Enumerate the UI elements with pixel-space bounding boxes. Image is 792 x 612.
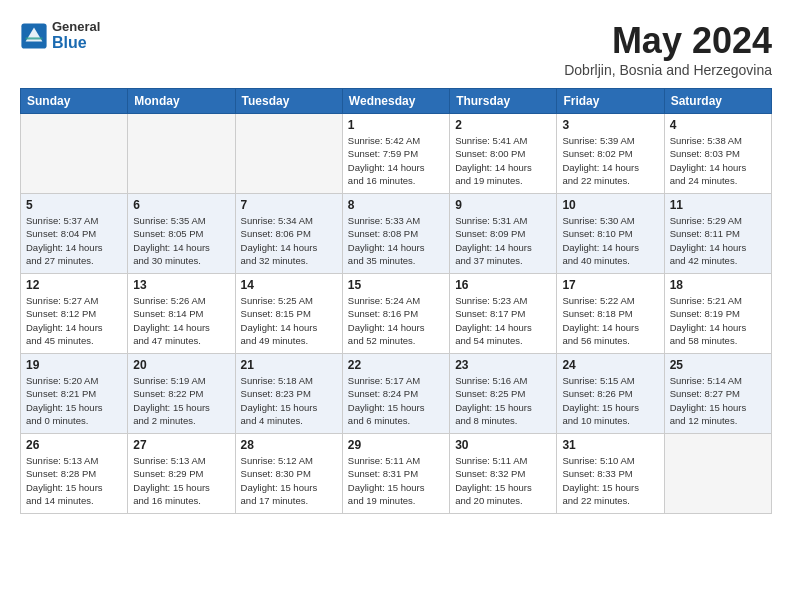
- day-number: 31: [562, 438, 658, 452]
- day-info: Sunrise: 5:42 AM Sunset: 7:59 PM Dayligh…: [348, 134, 444, 187]
- day-number: 7: [241, 198, 337, 212]
- day-number: 14: [241, 278, 337, 292]
- day-info: Sunrise: 5:14 AM Sunset: 8:27 PM Dayligh…: [670, 374, 766, 427]
- logo-blue-text: Blue: [52, 34, 100, 52]
- calendar-day-30: 30Sunrise: 5:11 AM Sunset: 8:32 PM Dayli…: [450, 434, 557, 514]
- weekday-header-thursday: Thursday: [450, 89, 557, 114]
- calendar-day-5: 5Sunrise: 5:37 AM Sunset: 8:04 PM Daylig…: [21, 194, 128, 274]
- calendar-day-20: 20Sunrise: 5:19 AM Sunset: 8:22 PM Dayli…: [128, 354, 235, 434]
- day-info: Sunrise: 5:24 AM Sunset: 8:16 PM Dayligh…: [348, 294, 444, 347]
- calendar-day-18: 18Sunrise: 5:21 AM Sunset: 8:19 PM Dayli…: [664, 274, 771, 354]
- day-number: 1: [348, 118, 444, 132]
- day-number: 24: [562, 358, 658, 372]
- weekday-header-saturday: Saturday: [664, 89, 771, 114]
- day-number: 27: [133, 438, 229, 452]
- calendar-day-empty: [664, 434, 771, 514]
- calendar-day-11: 11Sunrise: 5:29 AM Sunset: 8:11 PM Dayli…: [664, 194, 771, 274]
- weekday-header-monday: Monday: [128, 89, 235, 114]
- calendar-day-empty: [21, 114, 128, 194]
- logo: General Blue: [20, 20, 100, 52]
- day-info: Sunrise: 5:25 AM Sunset: 8:15 PM Dayligh…: [241, 294, 337, 347]
- day-info: Sunrise: 5:16 AM Sunset: 8:25 PM Dayligh…: [455, 374, 551, 427]
- day-info: Sunrise: 5:35 AM Sunset: 8:05 PM Dayligh…: [133, 214, 229, 267]
- day-number: 18: [670, 278, 766, 292]
- day-number: 21: [241, 358, 337, 372]
- weekday-header-friday: Friday: [557, 89, 664, 114]
- calendar-day-29: 29Sunrise: 5:11 AM Sunset: 8:31 PM Dayli…: [342, 434, 449, 514]
- svg-rect-2: [26, 37, 43, 39]
- day-info: Sunrise: 5:30 AM Sunset: 8:10 PM Dayligh…: [562, 214, 658, 267]
- calendar-day-31: 31Sunrise: 5:10 AM Sunset: 8:33 PM Dayli…: [557, 434, 664, 514]
- day-number: 13: [133, 278, 229, 292]
- title-block: May 2024 Dobrljin, Bosnia and Herzegovin…: [564, 20, 772, 78]
- calendar-day-17: 17Sunrise: 5:22 AM Sunset: 8:18 PM Dayli…: [557, 274, 664, 354]
- calendar-day-7: 7Sunrise: 5:34 AM Sunset: 8:06 PM Daylig…: [235, 194, 342, 274]
- calendar-day-15: 15Sunrise: 5:24 AM Sunset: 8:16 PM Dayli…: [342, 274, 449, 354]
- calendar-day-22: 22Sunrise: 5:17 AM Sunset: 8:24 PM Dayli…: [342, 354, 449, 434]
- day-info: Sunrise: 5:29 AM Sunset: 8:11 PM Dayligh…: [670, 214, 766, 267]
- day-info: Sunrise: 5:39 AM Sunset: 8:02 PM Dayligh…: [562, 134, 658, 187]
- calendar-day-19: 19Sunrise: 5:20 AM Sunset: 8:21 PM Dayli…: [21, 354, 128, 434]
- calendar-week-row: 26Sunrise: 5:13 AM Sunset: 8:28 PM Dayli…: [21, 434, 772, 514]
- day-number: 11: [670, 198, 766, 212]
- weekday-header-wednesday: Wednesday: [342, 89, 449, 114]
- calendar-week-row: 1Sunrise: 5:42 AM Sunset: 7:59 PM Daylig…: [21, 114, 772, 194]
- calendar-week-row: 5Sunrise: 5:37 AM Sunset: 8:04 PM Daylig…: [21, 194, 772, 274]
- day-number: 30: [455, 438, 551, 452]
- day-number: 28: [241, 438, 337, 452]
- calendar-day-23: 23Sunrise: 5:16 AM Sunset: 8:25 PM Dayli…: [450, 354, 557, 434]
- day-number: 16: [455, 278, 551, 292]
- day-number: 19: [26, 358, 122, 372]
- calendar-day-3: 3Sunrise: 5:39 AM Sunset: 8:02 PM Daylig…: [557, 114, 664, 194]
- day-info: Sunrise: 5:34 AM Sunset: 8:06 PM Dayligh…: [241, 214, 337, 267]
- calendar-day-6: 6Sunrise: 5:35 AM Sunset: 8:05 PM Daylig…: [128, 194, 235, 274]
- calendar-day-14: 14Sunrise: 5:25 AM Sunset: 8:15 PM Dayli…: [235, 274, 342, 354]
- day-info: Sunrise: 5:19 AM Sunset: 8:22 PM Dayligh…: [133, 374, 229, 427]
- weekday-header-row: SundayMondayTuesdayWednesdayThursdayFrid…: [21, 89, 772, 114]
- day-info: Sunrise: 5:27 AM Sunset: 8:12 PM Dayligh…: [26, 294, 122, 347]
- weekday-header-sunday: Sunday: [21, 89, 128, 114]
- day-info: Sunrise: 5:20 AM Sunset: 8:21 PM Dayligh…: [26, 374, 122, 427]
- page-header: General Blue May 2024 Dobrljin, Bosnia a…: [20, 20, 772, 78]
- day-number: 22: [348, 358, 444, 372]
- day-info: Sunrise: 5:13 AM Sunset: 8:28 PM Dayligh…: [26, 454, 122, 507]
- logo-text: General Blue: [52, 20, 100, 52]
- calendar-day-25: 25Sunrise: 5:14 AM Sunset: 8:27 PM Dayli…: [664, 354, 771, 434]
- calendar-day-9: 9Sunrise: 5:31 AM Sunset: 8:09 PM Daylig…: [450, 194, 557, 274]
- day-info: Sunrise: 5:33 AM Sunset: 8:08 PM Dayligh…: [348, 214, 444, 267]
- calendar-day-16: 16Sunrise: 5:23 AM Sunset: 8:17 PM Dayli…: [450, 274, 557, 354]
- calendar-day-28: 28Sunrise: 5:12 AM Sunset: 8:30 PM Dayli…: [235, 434, 342, 514]
- calendar-day-empty: [235, 114, 342, 194]
- day-info: Sunrise: 5:12 AM Sunset: 8:30 PM Dayligh…: [241, 454, 337, 507]
- calendar-title: May 2024: [564, 20, 772, 62]
- day-info: Sunrise: 5:31 AM Sunset: 8:09 PM Dayligh…: [455, 214, 551, 267]
- day-number: 5: [26, 198, 122, 212]
- weekday-header-tuesday: Tuesday: [235, 89, 342, 114]
- calendar-day-4: 4Sunrise: 5:38 AM Sunset: 8:03 PM Daylig…: [664, 114, 771, 194]
- day-info: Sunrise: 5:10 AM Sunset: 8:33 PM Dayligh…: [562, 454, 658, 507]
- calendar-day-13: 13Sunrise: 5:26 AM Sunset: 8:14 PM Dayli…: [128, 274, 235, 354]
- day-info: Sunrise: 5:23 AM Sunset: 8:17 PM Dayligh…: [455, 294, 551, 347]
- calendar-day-8: 8Sunrise: 5:33 AM Sunset: 8:08 PM Daylig…: [342, 194, 449, 274]
- calendar-day-2: 2Sunrise: 5:41 AM Sunset: 8:00 PM Daylig…: [450, 114, 557, 194]
- calendar-day-21: 21Sunrise: 5:18 AM Sunset: 8:23 PM Dayli…: [235, 354, 342, 434]
- logo-icon: [20, 22, 48, 50]
- day-info: Sunrise: 5:26 AM Sunset: 8:14 PM Dayligh…: [133, 294, 229, 347]
- day-info: Sunrise: 5:38 AM Sunset: 8:03 PM Dayligh…: [670, 134, 766, 187]
- day-number: 23: [455, 358, 551, 372]
- day-number: 26: [26, 438, 122, 452]
- day-info: Sunrise: 5:17 AM Sunset: 8:24 PM Dayligh…: [348, 374, 444, 427]
- calendar-day-27: 27Sunrise: 5:13 AM Sunset: 8:29 PM Dayli…: [128, 434, 235, 514]
- day-number: 12: [26, 278, 122, 292]
- day-number: 20: [133, 358, 229, 372]
- day-info: Sunrise: 5:11 AM Sunset: 8:32 PM Dayligh…: [455, 454, 551, 507]
- calendar-day-24: 24Sunrise: 5:15 AM Sunset: 8:26 PM Dayli…: [557, 354, 664, 434]
- calendar-table: SundayMondayTuesdayWednesdayThursdayFrid…: [20, 88, 772, 514]
- day-number: 3: [562, 118, 658, 132]
- day-number: 25: [670, 358, 766, 372]
- day-info: Sunrise: 5:13 AM Sunset: 8:29 PM Dayligh…: [133, 454, 229, 507]
- day-info: Sunrise: 5:11 AM Sunset: 8:31 PM Dayligh…: [348, 454, 444, 507]
- day-number: 9: [455, 198, 551, 212]
- calendar-day-10: 10Sunrise: 5:30 AM Sunset: 8:10 PM Dayli…: [557, 194, 664, 274]
- day-number: 29: [348, 438, 444, 452]
